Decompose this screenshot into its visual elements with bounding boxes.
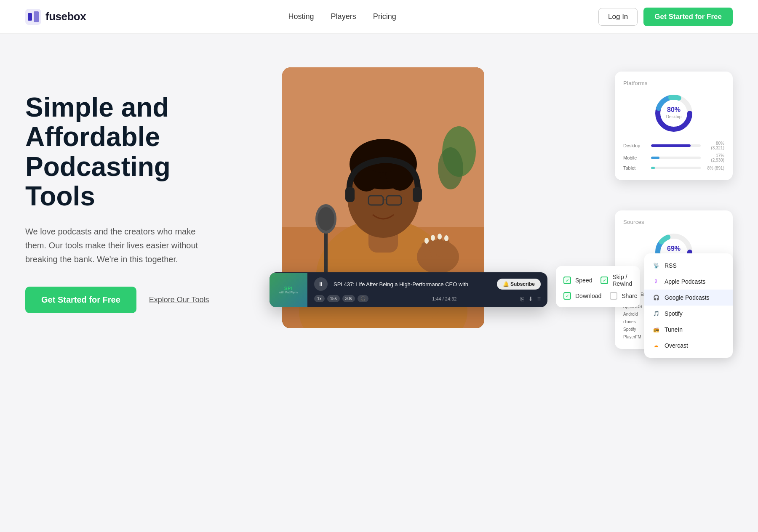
hero-cta-button[interactable]: Get Started for Free: [25, 287, 136, 313]
player-action-buttons: 1x 15s 30s 🎧: [314, 295, 368, 302]
sources-card-title: Sources: [623, 219, 724, 225]
nav-hosting[interactable]: Hosting: [288, 12, 314, 21]
pause-button[interactable]: ⏸: [314, 277, 328, 291]
skip-back-button[interactable]: 15s: [327, 295, 340, 302]
svg-point-31: [444, 235, 448, 241]
svg-point-28: [424, 238, 429, 244]
speed-checkbox[interactable]: ✓: [563, 277, 571, 284]
tunein-icon: 📻: [652, 325, 660, 334]
platform-bar-tablet: Tablet 8% (891): [623, 165, 724, 170]
download-label: Download: [575, 293, 601, 299]
overcast-label: Overcast: [665, 342, 688, 349]
setting-speed: ✓ Speed ✓ Skip / Rewind: [563, 274, 633, 287]
subscribe-icon: 🔔: [503, 281, 509, 287]
hero-left: Simple and Affordable Podcasting Tools W…: [25, 67, 244, 313]
platforms-donut: 80% Desktop: [623, 92, 724, 134]
pause-icon: ⏸: [318, 281, 324, 287]
player-thumbnail: SPI with Pat Flynn: [270, 273, 307, 307]
player-bottom-row: 1x 15s 30s 🎧 1:44 / 24:32 ⎘ ⬇: [314, 295, 541, 302]
nav-players[interactable]: Players: [331, 12, 356, 21]
player-time: 1:44 / 24:32: [432, 296, 456, 301]
svg-text:69%: 69%: [667, 245, 681, 252]
hero-description: We love podcasts and the creators who ma…: [25, 225, 206, 266]
svg-rect-2: [34, 11, 39, 22]
player-share-icons: ⎘ ⬇ ≡: [520, 295, 541, 302]
platforms-card-title: Platforms: [623, 80, 724, 86]
share-icon[interactable]: ⎘: [520, 295, 524, 302]
download-icon[interactable]: ⬇: [528, 295, 533, 302]
subscribe-label: Subscribe: [510, 281, 535, 287]
svg-rect-18: [345, 187, 355, 202]
hero-right: Platforms 80% Desktop Desktop: [261, 67, 733, 362]
svg-point-29: [431, 235, 435, 241]
svg-point-14: [360, 139, 406, 173]
current-time: 1:44: [432, 296, 441, 301]
player-settings-card: ✓ Speed ✓ Skip / Rewind ✓ Download Share: [556, 266, 640, 307]
hero-section: Simple and Affordable Podcasting Tools W…: [0, 34, 758, 396]
speed-button[interactable]: 1x: [314, 295, 325, 302]
rss-label: RSS: [665, 262, 677, 269]
google-label: Google Podcasts: [665, 294, 710, 301]
overcast-icon: ☁: [652, 341, 660, 350]
apple-label: Apple Podcasts: [665, 278, 705, 285]
subscribe-google[interactable]: 🎧 Google Podcasts: [644, 290, 733, 306]
share-label: Share: [622, 293, 637, 299]
hero-buttons: Get Started for Free Explore Our Tools: [25, 287, 244, 313]
svg-rect-23: [436, 238, 442, 257]
skip-forward-button[interactable]: 30s: [342, 295, 355, 302]
apple-podcasts-icon: 🎙: [652, 277, 660, 286]
player-top-row: ⏸ SPI 437: Life After Being a High-Perfo…: [314, 277, 541, 291]
brand-name: fusebox: [45, 10, 86, 23]
subscribe-apple[interactable]: 🎙 Apple Podcasts: [644, 274, 733, 290]
tunein-label: TuneIn: [665, 326, 683, 333]
podcast-player-card: SPI with Pat Flynn ⏸ SPI 437: Life After…: [270, 272, 547, 307]
nav-actions: Log In Get Started for Free: [598, 8, 733, 26]
subscribe-button[interactable]: 🔔 Subscribe: [497, 279, 541, 290]
subscribe-tunein[interactable]: 📻 TuneIn: [644, 322, 733, 338]
nav-links: Hosting Players Pricing: [288, 12, 396, 21]
login-button[interactable]: Log In: [598, 8, 638, 26]
player-controls: ⏸ SPI 437: Life After Being a High-Perfo…: [307, 272, 547, 307]
fusebox-logo-icon: [25, 9, 41, 25]
svg-rect-1: [28, 13, 32, 21]
subscribe-spotify[interactable]: 🎵 Spotify: [644, 306, 733, 322]
svg-point-6: [438, 147, 463, 189]
list-icon[interactable]: ≡: [537, 295, 541, 302]
hero-title: Simple and Affordable Podcasting Tools: [25, 93, 244, 211]
nav-pricing[interactable]: Pricing: [373, 12, 396, 21]
episode-title: SPI 437: Life After Being a High-Perform…: [334, 281, 491, 287]
svg-text:80%: 80%: [667, 106, 681, 113]
setting-download: ✓ Download Share: [563, 292, 633, 300]
subscribe-dropdown: 📡 RSS 🎙 Apple Podcasts 🎧 Google Podcasts…: [644, 253, 733, 358]
svg-text:Desktop: Desktop: [666, 114, 682, 119]
explore-link[interactable]: Explore Our Tools: [149, 295, 209, 304]
share-checkbox[interactable]: [610, 292, 617, 300]
nav-logo[interactable]: fusebox: [25, 9, 86, 25]
svg-rect-19: [413, 187, 422, 202]
platforms-card: Platforms 80% Desktop Desktop: [615, 72, 733, 180]
headphone-button[interactable]: 🎧: [358, 295, 368, 302]
svg-point-27: [318, 207, 334, 231]
download-checkbox[interactable]: ✓: [563, 292, 571, 300]
google-podcasts-icon: 🎧: [652, 293, 660, 302]
spotify-icon: 🎵: [652, 309, 660, 318]
rss-icon: 📡: [652, 261, 660, 270]
skip-label: Skip / Rewind: [612, 274, 633, 287]
svg-rect-0: [25, 9, 41, 25]
platforms-bars: Desktop 80% (3,321) Mobile 17% (2,930) T…: [623, 141, 724, 170]
skip-checkbox[interactable]: ✓: [601, 277, 608, 284]
svg-point-30: [438, 234, 442, 239]
speed-label: Speed: [575, 277, 592, 284]
show-subtitle: with Pat Flynn: [279, 291, 298, 294]
show-logo: SPI: [284, 286, 293, 291]
subscribe-overcast[interactable]: ☁ Overcast: [644, 338, 733, 354]
navbar: fusebox Hosting Players Pricing Log In G…: [0, 0, 758, 34]
total-time: 24:32: [445, 296, 457, 301]
platform-bar-mobile: Mobile 17% (2,930): [623, 153, 724, 162]
platform-bar-desktop: Desktop 80% (3,321): [623, 141, 724, 150]
subscribe-rss[interactable]: 📡 RSS: [644, 258, 733, 274]
spotify-label: Spotify: [665, 310, 683, 317]
nav-cta-button[interactable]: Get Started for Free: [643, 8, 733, 26]
player-inner: SPI with Pat Flynn ⏸ SPI 437: Life After…: [270, 272, 547, 307]
